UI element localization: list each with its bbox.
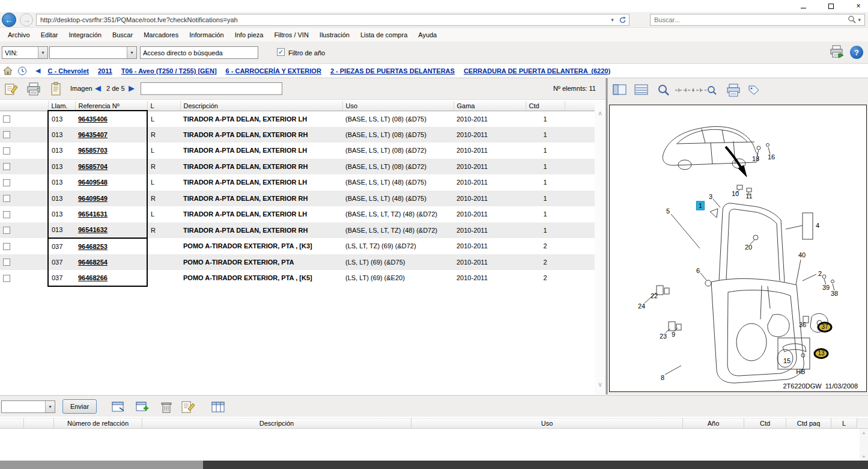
send-button[interactable]: Enviar — [62, 399, 97, 414]
diagram-callout-39[interactable]: 39 — [822, 284, 830, 291]
breadcrumb-back-icon[interactable]: ◀ — [35, 67, 40, 75]
minimize-button[interactable] — [798, 2, 808, 10]
scroll-up-icon[interactable]: ∧ — [595, 109, 605, 117]
previous-image-button[interactable]: ◀ — [95, 84, 101, 93]
menu-item-filtros-vin[interactable]: Filtros / VIN — [269, 29, 314, 40]
diagram-callout-16[interactable]: 16 — [768, 154, 775, 161]
breadcrumb-link-c-chevrolet[interactable]: C - Chevrolet — [47, 67, 88, 75]
part-row-96541632[interactable]: 01396541632RTIRADOR A-PTA DELAN, EXTERIO… — [0, 222, 595, 239]
zoom-icon[interactable] — [657, 84, 670, 97]
browser-search-box[interactable]: Buscar... ▾ — [650, 14, 865, 26]
clipboard-icon[interactable] — [47, 81, 64, 97]
part-row-96468266[interactable]: 03796468266POMO A-TIRADOR EXTERIOR, PTA … — [0, 270, 595, 286]
part-number-link[interactable]: 96435407 — [78, 131, 108, 138]
part-row-96435407[interactable]: 01396435407RTIRADOR A-PTA DELAN, EXTERIO… — [0, 127, 595, 143]
menu-item-ayuda[interactable]: Ayuda — [413, 29, 442, 40]
diagram-callout-4[interactable]: 4 — [816, 222, 819, 229]
menu-item-buscar[interactable]: Buscar — [107, 29, 138, 40]
scroll-up-icon[interactable]: ▲ — [860, 431, 868, 435]
diagram-callout-9[interactable]: 9 — [672, 331, 675, 338]
refresh-icon[interactable] — [617, 16, 628, 24]
row-checkbox[interactable] — [3, 275, 10, 282]
column-header-gama[interactable]: Gama — [454, 101, 526, 111]
home-icon[interactable] — [3, 66, 13, 75]
bottom-column-l[interactable]: L — [831, 418, 857, 428]
vin-type-select[interactable]: VIN: ▾ — [2, 46, 48, 59]
scroll-down-icon[interactable]: ∨ — [595, 381, 605, 388]
help-icon[interactable]: ? — [850, 46, 863, 59]
diagram-callout-3[interactable]: 3 — [709, 194, 712, 200]
bottom-scrollbar[interactable]: ▲ ▼ — [860, 429, 868, 461]
illustration-viewport[interactable]: 18161011315420402622243938363723913158HB… — [609, 105, 867, 392]
quick-search-input[interactable] — [140, 46, 258, 59]
print-icon[interactable] — [25, 81, 42, 97]
row-checkbox[interactable] — [3, 195, 10, 202]
bottom-column-número-de-refacción[interactable]: Número de refacción — [54, 418, 142, 428]
column-header-referencia-nº[interactable]: Referencia Nº — [75, 101, 147, 111]
part-number-link[interactable]: 96585704 — [78, 163, 108, 170]
part-number-link[interactable]: 96541631 — [78, 210, 108, 218]
horizontal-scrollbar[interactable] — [0, 461, 868, 469]
menu-item-ilustración[interactable]: Ilustración — [314, 29, 355, 40]
next-image-button[interactable]: ▶ — [129, 84, 135, 93]
breadcrumb-link-t06-aveo-t250-t255-gen[interactable]: T06 - Aveo (T250 / T255) [GEN] — [121, 67, 217, 75]
row-checkbox[interactable] — [3, 115, 10, 123]
column-header-l[interactable]: L — [147, 101, 180, 111]
breadcrumb-link-2011[interactable]: 2011 — [98, 67, 112, 75]
close-button[interactable]: × — [854, 2, 863, 10]
bottom-column-ctd-paq[interactable]: Ctd paq — [786, 418, 831, 428]
row-checkbox[interactable] — [3, 163, 10, 170]
column-header-descripción[interactable]: Descripción — [180, 101, 342, 111]
diagram-callout-24[interactable]: 24 — [638, 303, 645, 310]
diagram-callout-8[interactable]: 8 — [661, 375, 664, 381]
row-checkbox[interactable] — [3, 179, 10, 186]
column-header-uso[interactable]: Uso — [342, 101, 454, 111]
diagram-callout-2[interactable]: 2 — [818, 271, 822, 277]
part-row-96409549[interactable]: 01396409549RTIRADOR A-PTA DELAN, EXTERIO… — [0, 191, 595, 207]
part-number-link[interactable]: 96409548 — [78, 179, 108, 186]
menu-item-editar[interactable]: Editar — [35, 29, 64, 40]
list-select[interactable]: ▾ — [1, 400, 55, 413]
part-row-96435406[interactable]: 01396435406LTIRADOR A-PTA DELAN, EXTERIO… — [0, 111, 595, 127]
diagram-callout-10[interactable]: 10 — [732, 191, 739, 197]
row-checkbox[interactable] — [3, 211, 10, 218]
diagram-callout-11[interactable]: 11 — [745, 193, 752, 200]
bottom-column-ctd[interactable]: Ctd — [744, 418, 786, 428]
scrollbar-thumb[interactable] — [203, 461, 868, 469]
breadcrumb-link-2-piezas-de-puertas-delanteras[interactable]: 2 - PIEZAS DE PUERTAS DELANTERAS — [330, 67, 455, 75]
part-number-link[interactable]: 96585703 — [78, 147, 108, 154]
list-view-icon[interactable] — [634, 84, 649, 96]
part-number-link[interactable]: 96468266 — [78, 274, 108, 281]
report-columns-icon[interactable] — [210, 399, 226, 415]
row-checkbox[interactable] — [3, 227, 10, 234]
open-window-icon[interactable] — [111, 399, 126, 415]
address-dropdown-icon[interactable]: ▾ — [608, 17, 617, 23]
part-row-96541631[interactable]: 01396541631LTIRADOR A-PTA DELAN, EXTERIO… — [0, 206, 595, 222]
edit-list-icon[interactable] — [180, 399, 196, 415]
address-bar[interactable]: http://desktop-cvsrfhr:351/PQMace/root.f… — [36, 14, 630, 26]
part-row-96468254[interactable]: 03796468254POMO A-TIRADOR EXTERIOR, PTA(… — [0, 254, 595, 271]
row-checkbox[interactable] — [3, 147, 10, 155]
menu-item-marcadores[interactable]: Marcadores — [138, 29, 184, 40]
diagram-callout-18[interactable]: 18 — [752, 156, 759, 162]
edit-note-icon[interactable] — [3, 81, 20, 97]
menu-item-información[interactable]: Información — [184, 29, 229, 40]
menu-item-lista-de-compra[interactable]: Lista de compra — [355, 29, 413, 40]
tag-icon[interactable] — [747, 84, 760, 96]
back-button[interactable]: ← — [2, 13, 16, 27]
diagram-callout-13[interactable]: 13 — [814, 348, 829, 359]
breadcrumb-link-6-carrocería-y-exterior[interactable]: 6 - CARROCERÍA Y EXTERIOR — [226, 67, 321, 75]
maximize-button[interactable] — [826, 2, 836, 10]
bottom-column-descripción[interactable]: Descripción — [142, 418, 411, 428]
history-icon[interactable] — [17, 66, 27, 76]
search-dropdown-icon[interactable]: ▾ — [856, 17, 863, 23]
row-checkbox[interactable] — [3, 131, 10, 138]
diagram-callout-20[interactable]: 20 — [745, 244, 752, 251]
part-number-link[interactable]: 96409549 — [78, 195, 108, 202]
search-icon[interactable] — [848, 15, 856, 25]
bottom-column-año[interactable]: Año — [683, 418, 744, 428]
diagram-callout-hb[interactable]: HB — [796, 369, 805, 375]
part-row-96585704[interactable]: 01396585704RTIRADOR A-PTA DELAN, EXTERIO… — [0, 159, 595, 175]
column-header-llam[interactable]: Llam. — [48, 101, 75, 111]
bottom-column-uso[interactable]: Uso — [411, 418, 683, 428]
